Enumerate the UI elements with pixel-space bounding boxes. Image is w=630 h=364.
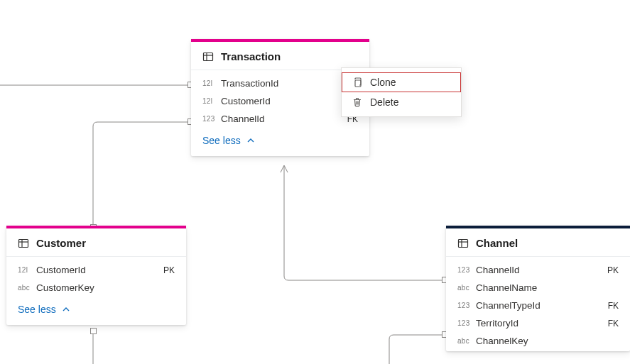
field-type-icon: 12l [18, 266, 36, 274]
field-row[interactable]: 123 TerritoryId FK [446, 314, 630, 332]
field-list: 12l CustomerId PK abc CustomerKey [6, 257, 186, 298]
field-type-icon: abc [18, 284, 36, 292]
see-less-label: See less [18, 304, 56, 315]
table-icon [457, 238, 469, 249]
field-name: CustomerId [221, 96, 358, 106]
table-card-channel[interactable]: Channel 123 ChannelId PK abc ChannelName… [446, 226, 630, 351]
field-name: TransactionId [221, 78, 358, 89]
field-type-icon: abc [457, 284, 476, 292]
field-name: TerritoryId [476, 318, 608, 329]
trash-icon [352, 96, 363, 108]
field-type-icon: 123 [457, 266, 476, 274]
table-title: Transaction [221, 50, 281, 62]
field-key-badge: FK [608, 319, 619, 329]
table-card-customer[interactable]: Customer 12l CustomerId PK abc CustomerK… [6, 226, 186, 325]
field-type-icon: abc [457, 337, 476, 345]
table-header[interactable]: Transaction [191, 42, 369, 70]
field-name: ChannelKey [476, 336, 619, 346]
field-name: CustomerKey [36, 282, 175, 293]
field-key-badge: FK [608, 301, 619, 311]
context-menu: Clone Delete [341, 67, 462, 117]
field-name: ChannelId [221, 114, 347, 124]
field-name: CustomerId [36, 265, 163, 275]
see-less-toggle[interactable]: See less [191, 129, 369, 156]
table-icon [18, 238, 29, 249]
field-key-badge: PK [163, 265, 175, 275]
field-list: 123 ChannelId PK abc ChannelName 123 Cha… [446, 257, 630, 351]
context-menu-item-clone[interactable]: Clone [342, 72, 461, 92]
table-title: Channel [476, 237, 518, 249]
field-type-icon: 123 [457, 302, 476, 309]
svg-rect-9 [355, 80, 361, 87]
table-header[interactable]: Customer [6, 228, 186, 257]
see-less-toggle[interactable]: See less [6, 298, 186, 325]
field-row[interactable]: abc ChannelName [446, 279, 630, 297]
table-title: Customer [36, 237, 86, 249]
field-type-icon: 12l [202, 79, 221, 87]
connector-endpoint [90, 328, 97, 334]
field-name: ChannelId [476, 265, 607, 275]
field-name: ChannelName [476, 282, 619, 293]
chevron-up-icon [62, 305, 70, 314]
field-row[interactable]: abc ChannelKey [446, 332, 630, 350]
svg-rect-3 [19, 239, 28, 247]
field-type-icon: 123 [202, 115, 221, 123]
copy-icon [352, 77, 363, 88]
field-type-icon: 12l [202, 97, 221, 105]
svg-rect-6 [459, 239, 468, 247]
svg-rect-0 [204, 53, 213, 60]
field-key-badge: PK [607, 265, 619, 275]
chevron-up-icon [246, 136, 255, 145]
field-name: ChannelTypeId [476, 300, 608, 311]
field-type-icon: 123 [457, 319, 476, 327]
context-menu-item-delete[interactable]: Delete [342, 92, 461, 112]
field-row[interactable]: 123 ChannelTypeId FK [446, 297, 630, 314]
table-icon [202, 51, 214, 62]
table-header[interactable]: Channel [446, 228, 630, 257]
field-row[interactable]: abc CustomerKey [6, 279, 186, 297]
context-menu-item-label: Delete [370, 96, 398, 108]
field-row[interactable]: 12l CustomerId PK [6, 261, 186, 279]
see-less-label: See less [202, 135, 241, 146]
context-menu-item-label: Clone [370, 77, 396, 88]
field-row[interactable]: 123 ChannelId PK [446, 261, 630, 279]
